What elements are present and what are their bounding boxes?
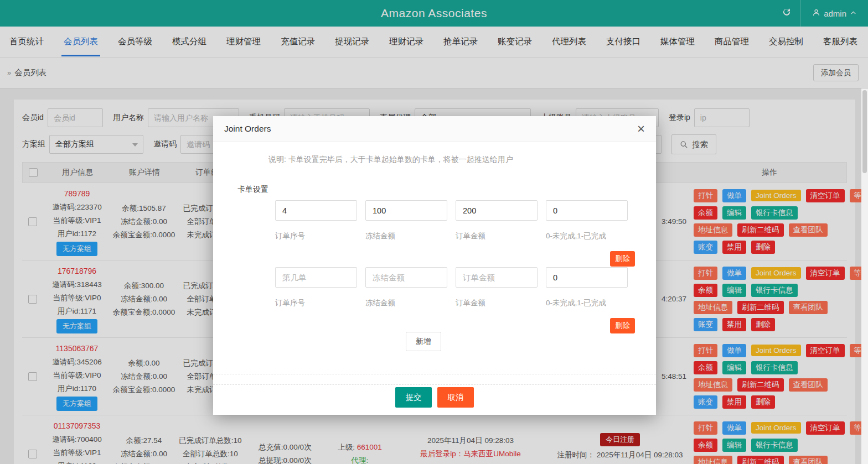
modal-header: Joint Orders × [213, 116, 656, 142]
card-order-field-label: 订单序号 [275, 231, 365, 241]
card-order-field-3[interactable] [456, 200, 538, 221]
card-order-inputs [275, 267, 628, 288]
dashed-divider [213, 374, 656, 374]
modal-footer: 提交 取消 [213, 387, 656, 408]
dashed-divider [213, 384, 656, 385]
card-order-field-label: 0-未完成,1-已完成 [546, 298, 636, 308]
card-order-field-2[interactable] [365, 267, 447, 288]
add-row-button[interactable]: 新增 [406, 332, 441, 351]
submit-button[interactable]: 提交 [395, 387, 432, 408]
close-icon[interactable]: × [637, 122, 645, 135]
modal-note: 说明: 卡单设置完毕后，大于卡单起始单数的卡单，将被一起推送给用户 [268, 155, 513, 165]
card-order-inputs [275, 200, 628, 221]
joint-orders-modal: Joint Orders × 说明: 卡单设置完毕后，大于卡单起始单数的卡单，将… [213, 116, 656, 415]
card-order-field-label: 订单金额 [456, 298, 546, 308]
card-order-field-label: 订单金额 [456, 231, 546, 241]
card-order-field-label: 订单序号 [275, 298, 365, 308]
card-order-field-1[interactable] [275, 267, 357, 288]
card-order-field-4[interactable] [546, 267, 628, 288]
modal-title: Joint Orders [224, 124, 271, 134]
delete-row-button[interactable]: 删除 [610, 251, 635, 267]
card-order-field-label: 0-未完成,1-已完成 [546, 231, 636, 241]
card-order-labels: 订单序号冻结金额订单金额0-未完成,1-已完成 [275, 298, 636, 308]
card-order-field-label: 冻结金额 [365, 231, 456, 241]
card-order-section-label: 卡单设置 [237, 185, 268, 195]
card-order-labels: 订单序号冻结金额订单金额0-未完成,1-已完成 [275, 231, 636, 241]
card-order-row: 订单序号冻结金额订单金额0-未完成,1-已完成删除 [213, 267, 656, 339]
vertical-scrollbar[interactable] [861, 88, 868, 464]
card-order-field-label: 冻结金额 [365, 298, 456, 308]
delete-row-button[interactable]: 删除 [610, 318, 635, 333]
card-order-field-1[interactable] [275, 200, 357, 221]
card-order-field-2[interactable] [365, 200, 447, 221]
scrollbar-thumb[interactable] [862, 90, 867, 173]
card-order-row: 订单序号冻结金额订单金额0-未完成,1-已完成删除 [213, 200, 656, 272]
card-order-field-4[interactable] [546, 200, 628, 221]
card-order-field-3[interactable] [456, 267, 538, 288]
cancel-button[interactable]: 取消 [437, 387, 474, 408]
